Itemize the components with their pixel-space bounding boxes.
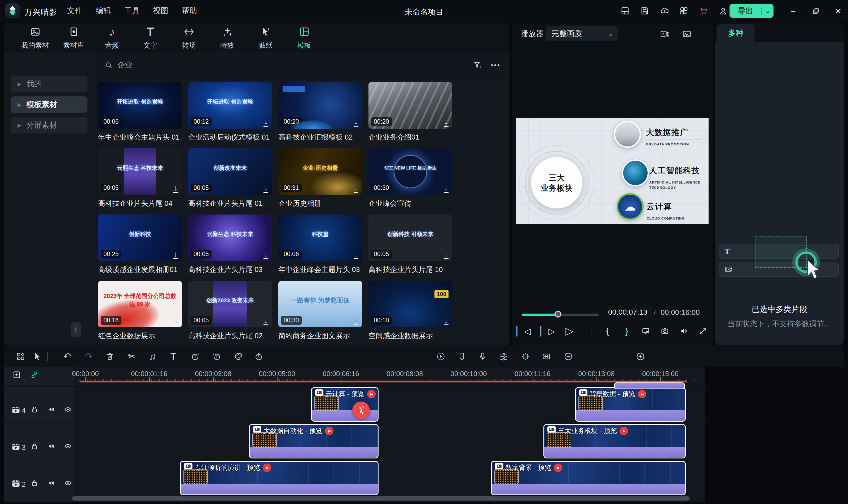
expand-triangle-icon[interactable]: ▶	[17, 81, 21, 87]
next-frame-button[interactable]: ▏▷	[540, 325, 555, 337]
download-icon[interactable]: ↓	[444, 317, 449, 325]
template-card[interactable]: 企业·历史相册 00:31 ↓ 企业历史相册	[278, 148, 362, 208]
apps-icon[interactable]	[678, 5, 690, 17]
clip-play-badge-icon[interactable]: ▶	[367, 390, 376, 398]
link-clips-icon[interactable]	[30, 370, 39, 379]
menu-item[interactable]: 工具	[118, 0, 146, 22]
expand-triangle-icon[interactable]: ▶	[17, 102, 21, 108]
template-card[interactable]: 创新改变未来 00:05 ↓ 高科技企业片头片尾 01	[188, 148, 272, 208]
track-visibility-icon[interactable]	[64, 479, 72, 487]
template-card[interactable]: 创新2023 改变未来 00:05 ↓ 高科技企业片头片尾 02	[188, 281, 272, 341]
tab-文字[interactable]: T 文字	[131, 23, 170, 52]
menu-item[interactable]: 文件	[60, 0, 89, 22]
template-thumbnail[interactable]: 创新科技 00:25 ↓	[98, 215, 182, 261]
timeline-clip[interactable]: 大数据自动化 - 预览 ▶	[249, 424, 379, 458]
stop-button[interactable]: □	[584, 325, 593, 337]
tab-转场[interactable]: 转场	[170, 23, 208, 52]
clip-play-badge-icon[interactable]: ▶	[325, 427, 333, 435]
template-card[interactable]: 100 00:10 ↓ 空间感企业数据展示	[368, 281, 452, 341]
close-button[interactable]: ✕	[833, 6, 844, 16]
search-bar[interactable]: 企业 •••	[99, 52, 509, 78]
volume-button[interactable]	[679, 325, 689, 337]
marker-icon[interactable]	[456, 350, 468, 362]
fullscreen-button[interactable]	[698, 325, 708, 337]
timeline-clip[interactable]: 背景数据 - 预览 ▶	[575, 387, 686, 421]
template-card[interactable]: 一路有你 为梦想而征 00:30 ↓ 简约商务企业图文展示	[278, 281, 362, 341]
tab-特效[interactable]: 特效	[208, 23, 246, 52]
download-icon[interactable]: ↓	[353, 184, 358, 193]
sidebar-item-模板素材[interactable]: ▶模板素材	[11, 96, 87, 113]
track-lock-icon[interactable]	[30, 479, 39, 487]
template-thumbnail[interactable]: 00:20 ↓	[368, 82, 452, 129]
track-mute-icon[interactable]	[47, 479, 56, 487]
template-card[interactable]: 科技篇 00:06 ↓ 年中企业峰会主题片头 03	[278, 215, 362, 274]
record-voiceover-icon[interactable]	[477, 350, 488, 362]
tab-音频[interactable]: ♪ 音频	[93, 23, 131, 52]
timeline-clip[interactable]: 数字背景 - 预览 ▶	[491, 461, 686, 495]
template-thumbnail[interactable]: 云熙生态 科技未来 00:05 ↓	[98, 148, 182, 195]
scrubber-handle[interactable]	[555, 311, 561, 318]
template-thumbnail[interactable]: 开拓进取·创造巅峰 00:06	[98, 82, 182, 129]
quality-dropdown[interactable]: 完整画质 ⌄	[546, 26, 618, 41]
sidebar-item-我的[interactable]: ▶我的	[11, 76, 87, 92]
timeline-clip[interactable]: 专注倾听的演讲 - 预览 ▶	[180, 461, 379, 495]
sidebar-item-分屏素材[interactable]: ▶分屏素材	[11, 117, 87, 133]
template-thumbnail[interactable]: 2023年 全球范围分公司总数达 99 家 00:16 ↓	[98, 281, 182, 327]
template-thumbnail[interactable]: SEE NEW LIFE 相见.新生 00:30 ↓	[368, 148, 452, 195]
menu-item[interactable]: 视图	[146, 0, 175, 22]
add-to-track-icon[interactable]	[12, 370, 21, 379]
clip-play-badge-icon[interactable]: ▶	[620, 427, 628, 435]
template-thumbnail[interactable]: 创新科技 引领未来 00:05 ↓	[368, 215, 452, 261]
speed-timer-icon[interactable]	[253, 350, 264, 362]
timeline-clip[interactable]: 云计算 - 预览 ▶	[311, 387, 379, 421]
redo-icon[interactable]: ↷	[83, 350, 94, 362]
restore-button[interactable]	[811, 6, 821, 16]
track-mute-icon[interactable]	[47, 405, 56, 414]
track-lock-icon[interactable]	[30, 442, 39, 450]
add-text-icon[interactable]: T	[168, 350, 179, 362]
text-to-speech-icon[interactable]	[211, 350, 223, 362]
mirror-display-button[interactable]	[641, 325, 651, 337]
save-icon[interactable]	[639, 5, 651, 17]
download-icon[interactable]: ↓	[444, 184, 449, 193]
download-icon[interactable]: ↓	[173, 317, 178, 325]
template-card[interactable]: 创新科技 00:25 ↓ 高级质感企业发展相册01	[98, 215, 182, 274]
filter-funnel-icon[interactable]	[473, 61, 482, 70]
snapshot-button[interactable]	[660, 325, 670, 337]
delete-icon[interactable]	[104, 350, 116, 362]
clip-play-badge-icon[interactable]: ▶	[554, 464, 562, 472]
cart-icon[interactable]	[698, 5, 709, 17]
zoom-out-icon[interactable]	[563, 350, 574, 362]
download-icon[interactable]: ↓	[444, 118, 449, 127]
track-visibility-icon[interactable]	[64, 405, 72, 414]
select-cursor-icon[interactable]	[32, 350, 44, 362]
template-thumbnail[interactable]: 科技篇 00:06 ↓	[278, 215, 362, 261]
template-card[interactable]: 创新科技 引领未来 00:05 ↓ 高科技企业片头片尾 10	[368, 215, 452, 274]
smart-clip-icon[interactable]	[520, 350, 531, 362]
template-thumbnail[interactable]: 一路有你 为梦想而征 00:30 ↓	[278, 281, 362, 327]
cloud-upload-icon[interactable]	[658, 5, 670, 17]
audio-beat-icon[interactable]: ♫	[146, 350, 158, 362]
speech-to-text-icon[interactable]	[189, 350, 201, 362]
play-button[interactable]: ▷	[564, 325, 574, 337]
download-icon[interactable]: ↓	[263, 184, 268, 193]
template-thumbnail[interactable]: 云聚生态 科技未来 00:05 ↓	[188, 215, 272, 261]
template-card[interactable]: 开拓进取·创造巅峰 00:06 年中企业峰会主题片头 01	[98, 82, 182, 142]
template-card[interactable]: 00:20 ↓ 企业业务介绍01	[368, 82, 452, 142]
render-preview-icon[interactable]	[435, 350, 447, 362]
template-card[interactable]: 云熙生态 科技未来 00:05 ↓ 高科技企业片头片尾 04	[98, 148, 182, 208]
menu-item[interactable]: 帮助	[175, 0, 204, 22]
auto-ripple-icon[interactable]	[540, 350, 552, 362]
clip-play-badge-icon[interactable]: ▶	[638, 390, 646, 398]
download-icon[interactable]: ↓	[353, 317, 358, 325]
horizontal-scrollbar[interactable]	[72, 496, 690, 501]
tab-贴纸[interactable]: 贴纸	[246, 23, 285, 52]
download-icon[interactable]: ↓	[173, 251, 178, 259]
properties-tab-multi[interactable]: 多种	[717, 24, 755, 42]
template-thumbnail[interactable]: 创新2023 改变未来 00:05 ↓	[188, 281, 272, 327]
mark-out-button[interactable]: }	[622, 325, 632, 337]
template-card[interactable]: SEE NEW LIFE 相见.新生 00:30 ↓ 企业峰会宣传	[368, 148, 452, 208]
minimize-button[interactable]: –	[788, 6, 798, 16]
more-options-icon[interactable]: •••	[491, 61, 501, 69]
template-card[interactable]: 开拓进取 创造巅峰 00:12 ↓ 企业活动启动仪式模板 01	[188, 82, 272, 142]
